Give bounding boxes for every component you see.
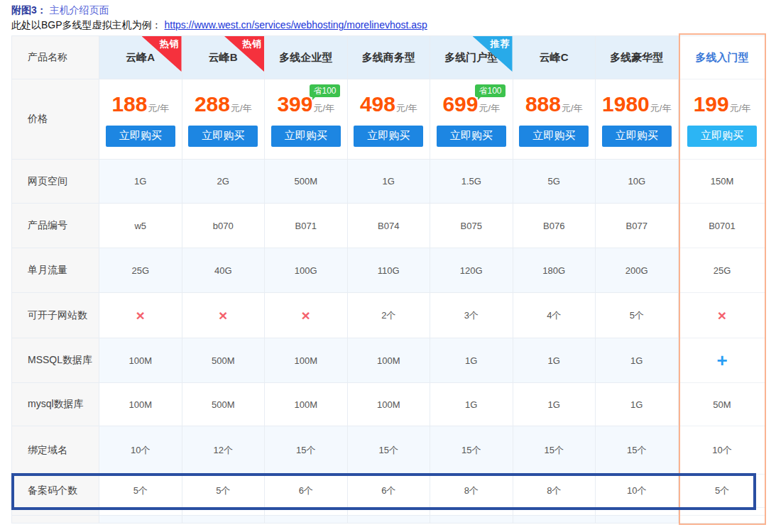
table-cell: 40G: [182, 248, 266, 293]
table-cell: [99, 516, 182, 523]
buy-button[interactable]: 立即购买: [106, 126, 175, 147]
table-grid: 产品名称价格网页空间产品编号单月流量可开子网站数MSSQL数据库mysql数据库…: [11, 35, 766, 523]
table-cell: 1G: [596, 383, 679, 426]
buy-button[interactable]: 立即购买: [188, 126, 258, 147]
price-value: 699: [442, 92, 478, 116]
table-cell: 110G: [348, 248, 431, 293]
table-cell: [99, 508, 182, 516]
table-cell: B0701: [679, 204, 766, 248]
table-cell: 2G: [182, 160, 266, 204]
table-cell: 50M: [679, 383, 766, 426]
table-cell: 120G: [430, 248, 513, 293]
table-cell: 云峰A热销: [99, 35, 182, 79]
table-cell: 省100699元/年立即购买: [430, 79, 513, 160]
table-cell: 15个: [265, 426, 348, 475]
table-cell: 100M: [99, 383, 182, 426]
intro-line: 此处以BGP多线型虚拟主机为例： https://www.west.cn/ser…: [11, 18, 427, 32]
table-cell: 多线门户型推荐: [430, 35, 513, 79]
table-cell: [348, 508, 431, 516]
table-cell: B077: [596, 204, 679, 248]
table-cell: [513, 516, 596, 523]
table-cell: 云峰C: [513, 35, 596, 79]
table-cell: 100G: [265, 248, 348, 293]
x-mark-icon: ×: [302, 308, 310, 323]
table-cell: 288元/年立即购买: [182, 79, 266, 160]
table-cell: 4个: [513, 293, 596, 338]
product-name: 多线入门型: [696, 51, 749, 65]
table-cell: B075: [430, 204, 513, 248]
table-cell: 3个: [430, 293, 513, 338]
table-cell: [182, 516, 266, 523]
table-cell: 10个: [596, 475, 679, 508]
price-value: 1980: [602, 92, 650, 116]
table-cell: w5: [99, 204, 182, 248]
table-cell: 100M: [265, 383, 348, 426]
price-value: 498: [360, 92, 395, 116]
x-mark-icon: ×: [136, 308, 145, 323]
price-unit: 元/年: [650, 102, 672, 115]
table-cell: 500M: [182, 383, 266, 426]
table-cell: 5G: [513, 160, 596, 204]
table-cell: 100M: [265, 338, 348, 383]
table-cell: B074: [348, 204, 431, 248]
table-cell: [596, 516, 679, 523]
row-label: 单月流量: [11, 248, 99, 293]
row-label: 产品名称: [11, 35, 99, 79]
product-name: 多线豪华型: [610, 51, 663, 65]
plus-icon: +: [716, 351, 727, 370]
table-cell: 10个: [679, 426, 766, 475]
table-cell: [182, 508, 266, 516]
table-cell: 1G: [513, 338, 596, 383]
price-unit: 元/年: [730, 102, 751, 115]
table-cell: B076: [513, 204, 596, 248]
table-cell: 5个: [182, 475, 266, 508]
table-cell: 1G: [99, 160, 182, 204]
buy-button[interactable]: 立即购买: [354, 126, 423, 147]
table-cell: 15个: [596, 426, 679, 475]
price-value: 188: [111, 92, 147, 116]
price-unit: 元/年: [313, 102, 334, 115]
table-cell: 1G: [348, 160, 431, 204]
price-value: 199: [694, 92, 729, 116]
row-label: 产品编号: [11, 204, 99, 248]
buy-button[interactable]: 立即购买: [437, 126, 506, 147]
price-unit: 元/年: [479, 102, 500, 115]
table-cell: [265, 508, 348, 516]
product-name: 多线企业型: [279, 51, 332, 65]
row-label: [11, 508, 99, 516]
buy-button[interactable]: 立即购买: [271, 126, 341, 147]
buy-button[interactable]: 立即购买: [519, 126, 589, 147]
row-label[interactable]: 可开子网站数: [11, 293, 99, 338]
table-cell: 100M: [99, 338, 182, 383]
buy-button[interactable]: 立即购买: [602, 126, 672, 147]
figure-label: 附图3：: [11, 4, 47, 16]
table-cell: 5个: [679, 475, 766, 508]
product-column-多线门户型: 多线门户型推荐省100699元/年立即购买1.5GB075120G3个1G1G1…: [430, 35, 513, 523]
table-cell: 1G: [596, 338, 679, 383]
price-value: 888: [525, 92, 561, 116]
hosting-page-link[interactable]: https://www.west.cn/services/webhosting/…: [164, 19, 427, 31]
table-cell: 10个: [99, 426, 182, 475]
table-cell: 2个: [348, 293, 431, 338]
row-label: 网页空间: [11, 160, 99, 204]
price: 1980元/年: [602, 92, 671, 116]
row-label: 备案码个数: [11, 475, 99, 508]
price: 288元/年: [195, 92, 252, 116]
table-cell: 500M: [265, 160, 348, 204]
table-cell: 25G: [99, 248, 182, 293]
table-cell: 15个: [513, 426, 596, 475]
save-badge: 省100: [475, 84, 505, 97]
table-cell: 15个: [348, 426, 431, 475]
price: 888元/年: [525, 92, 583, 116]
table-cell: 多线企业型: [265, 35, 348, 79]
price-unit: 元/年: [562, 102, 583, 115]
table-cell: 100M: [348, 383, 431, 426]
pricing-table: 产品名称价格网页空间产品编号单月流量可开子网站数MSSQL数据库mysql数据库…: [11, 35, 766, 523]
table-cell: 省100399元/年立即购买: [265, 79, 348, 160]
table-cell: 15个: [430, 426, 513, 475]
x-mark-icon: ×: [718, 308, 726, 323]
buy-button[interactable]: 立即购买: [687, 126, 757, 147]
price: 188元/年: [111, 92, 169, 116]
row-label: [11, 516, 99, 523]
product-column-多线商务型: 多线商务型498元/年立即购买1GB074110G2个100M100M15个6个: [348, 35, 431, 523]
